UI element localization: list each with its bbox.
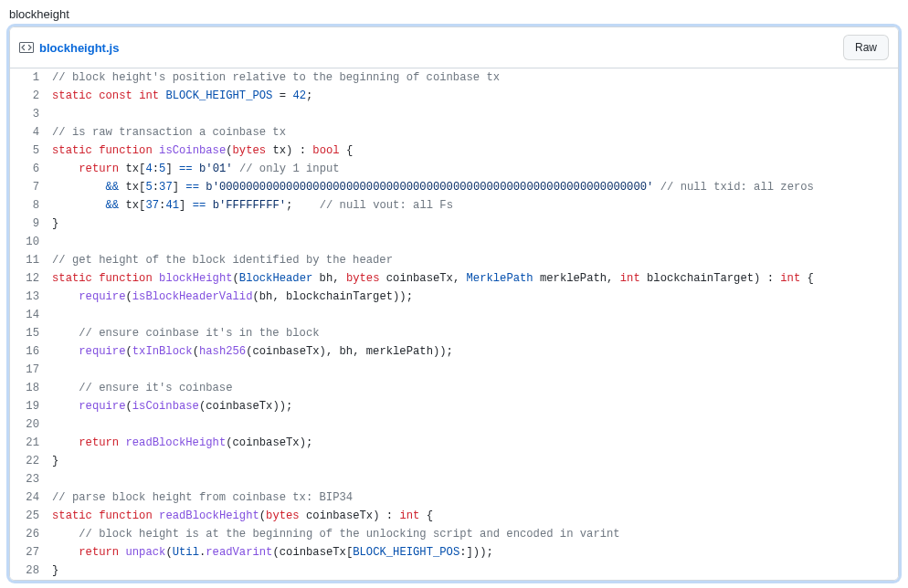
- line-number: 10: [10, 233, 52, 251]
- code-line: && tx[5:37] == b'00000000000000000000000…: [52, 178, 898, 196]
- code-line: return readBlockHeight(coinbaseTx);: [52, 434, 898, 452]
- code-line: [52, 415, 898, 434]
- line-number: 26: [10, 525, 52, 543]
- line-number: 12: [10, 269, 52, 288]
- line-number: 27: [10, 543, 52, 562]
- code-line: require(isCoinbase(coinbaseTx));: [52, 397, 898, 415]
- file-info: blockheight.js: [19, 40, 119, 55]
- line-number: 2: [10, 87, 52, 105]
- code-line: // block height is at the beginning of t…: [52, 525, 898, 543]
- line-number: 15: [10, 324, 52, 342]
- line-number: 11: [10, 251, 52, 269]
- code-line: }: [52, 562, 898, 580]
- code-line: static function blockHeight(BlockHeader …: [52, 269, 898, 288]
- code-line: && tx[37:41] == b'FFFFFFFF'; // null vou…: [52, 196, 898, 215]
- code-line: [52, 105, 898, 123]
- code-line: require(txInBlock(hash256(coinbaseTx), b…: [52, 342, 898, 361]
- code-line: static const int BLOCK_HEIGHT_POS = 42;: [52, 87, 898, 105]
- filename-link[interactable]: blockheight.js: [39, 41, 119, 55]
- gist-header: blockheight.js Raw: [10, 27, 898, 68]
- line-number: 4: [10, 123, 52, 142]
- line-number: 28: [10, 562, 52, 580]
- line-number: 21: [10, 434, 52, 452]
- code-line: [52, 233, 898, 251]
- gist-container: blockheight.js Raw 1// block height's po…: [9, 26, 899, 581]
- line-number: 18: [10, 379, 52, 397]
- code-line: // ensure coinbase it's in the block: [52, 324, 898, 342]
- code-line: // is raw transaction a coinbase tx: [52, 123, 898, 142]
- line-number: 5: [10, 142, 52, 160]
- line-number: 6: [10, 160, 52, 178]
- code-line: // get height of the block identified by…: [52, 251, 898, 269]
- line-number: 3: [10, 105, 52, 123]
- line-number: 9: [10, 215, 52, 233]
- line-number: 16: [10, 342, 52, 361]
- line-number: 24: [10, 488, 52, 507]
- line-number: 25: [10, 507, 52, 525]
- line-number: 19: [10, 397, 52, 415]
- code-line: [52, 470, 898, 488]
- line-number: 8: [10, 196, 52, 215]
- line-number: 23: [10, 470, 52, 488]
- code-line: // parse block height from coinbase tx: …: [52, 488, 898, 507]
- code-line: static function readBlockHeight(bytes co…: [52, 507, 898, 525]
- code-line: require(isBlockHeaderValid(bh, blockchai…: [52, 288, 898, 306]
- code-file-icon: [19, 40, 34, 55]
- page-title: blockheight: [9, 5, 899, 26]
- line-number: 17: [10, 361, 52, 379]
- line-number: 20: [10, 415, 52, 434]
- raw-button[interactable]: Raw: [843, 35, 889, 60]
- code-line: [52, 361, 898, 379]
- code-line: // block height's position relative to t…: [52, 68, 898, 87]
- code-body: 1// block height's position relative to …: [10, 68, 898, 580]
- line-number: 13: [10, 288, 52, 306]
- line-number: 1: [10, 68, 52, 87]
- code-line: }: [52, 215, 898, 233]
- line-number: 22: [10, 452, 52, 470]
- code-line: return unpack(Util.readVarint(coinbaseTx…: [52, 543, 898, 562]
- code-line: }: [52, 452, 898, 470]
- line-number: 14: [10, 306, 52, 324]
- line-number: 7: [10, 178, 52, 196]
- code-line: return tx[4:5] == b'01' // only 1 input: [52, 160, 898, 178]
- code-line: [52, 306, 898, 324]
- code-line: // ensure it's coinbase: [52, 379, 898, 397]
- code-line: static function isCoinbase(bytes tx) : b…: [52, 142, 898, 160]
